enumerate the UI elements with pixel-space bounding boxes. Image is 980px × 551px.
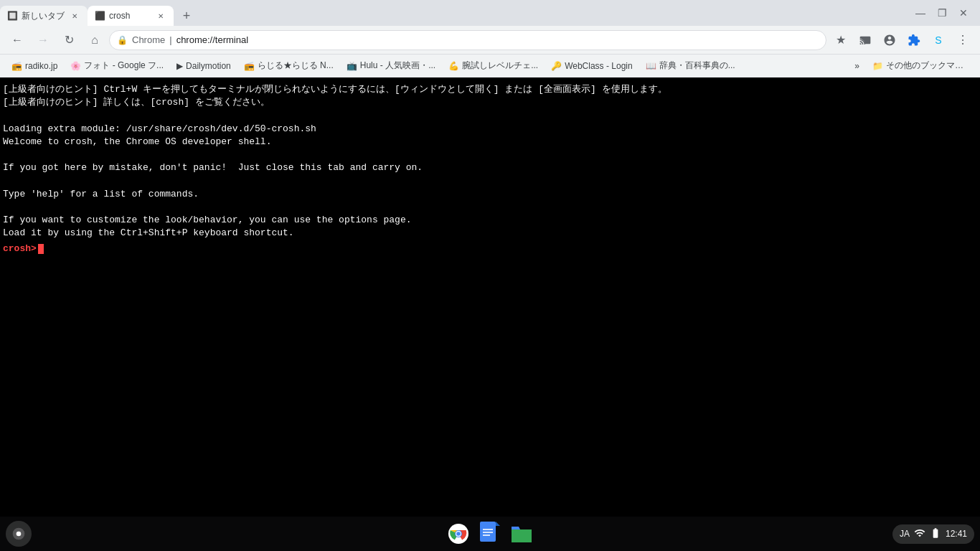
minimize-button[interactable]: — — [910, 2, 931, 24]
extensions-button[interactable] — [903, 29, 925, 52]
terminal-prompt: crosh> — [3, 242, 37, 255]
menu-button[interactable]: ⋮ — [951, 29, 974, 52]
terminal-line-9 — [3, 201, 977, 214]
other-folder-icon: 📁 — [872, 61, 883, 71]
wifi-icon — [914, 527, 925, 541]
chromecast-button[interactable] — [854, 29, 877, 52]
taskbar-left — [6, 521, 32, 547]
lock-icon: 🔒 — [117, 35, 128, 45]
crosh-close-button[interactable]: ✕ — [155, 10, 166, 22]
language-indicator: JA — [900, 529, 910, 539]
radiko-favicon: 📻 — [11, 61, 22, 71]
other-label: その他のブックマーク — [886, 60, 969, 72]
address-path: chrome://terminal — [176, 34, 248, 45]
bookmark-photos[interactable]: 🌸 フォト - Google フ... — [65, 57, 169, 75]
forward-button[interactable]: → — [32, 29, 55, 52]
photos-label: フォト - Google フ... — [84, 60, 164, 72]
taskbar-right: JA 12:41 — [892, 524, 974, 544]
bookmark-star-button[interactable]: ★ — [829, 29, 852, 52]
tabs-area: 🔲 新しいタブ ✕ ⬛ crosh ✕ + — [0, 0, 904, 26]
terminal-line-0: [上級者向けのヒント] Ctrl+W キーを押してもターミナルが閉じられないよう… — [3, 83, 977, 96]
svg-point-6 — [456, 532, 461, 536]
bookmark-level[interactable]: 💪 腕試しレベルチェ... — [443, 57, 544, 75]
level-favicon: 💪 — [448, 61, 459, 71]
webclass-favicon: 🔑 — [551, 61, 562, 71]
terminal-prompt-line: crosh> — [3, 242, 977, 255]
terminal-line-8: Type 'help' for a list of commands. — [3, 188, 977, 201]
bookmark-dictionary[interactable]: 📖 辞典・百科事典の... — [640, 57, 741, 75]
newtab-close-button[interactable]: ✕ — [69, 10, 80, 22]
skype-button[interactable]: S — [927, 29, 950, 52]
terminal-line-5 — [3, 149, 977, 161]
launcher-button[interactable] — [6, 521, 32, 547]
taskbar-docs[interactable] — [476, 519, 504, 548]
photos-favicon: 🌸 — [70, 61, 81, 71]
newtab-label: 新しいタブ — [22, 10, 65, 22]
restore-button[interactable]: ❐ — [931, 2, 953, 24]
window-controls: — ❐ ✕ — [904, 2, 980, 24]
reload-button[interactable]: ↻ — [57, 29, 80, 52]
terminal-line-11: Load it by using the Ctrl+Shift+P keyboa… — [3, 227, 977, 240]
terminal-line-7 — [3, 174, 977, 187]
rajiru-favicon: 📻 — [244, 61, 255, 71]
terminal-line-3: Loading extra module: /usr/share/crosh/d… — [3, 123, 977, 136]
svg-marker-8 — [496, 522, 500, 526]
taskbar-center — [444, 519, 536, 548]
new-tab-button[interactable]: + — [176, 6, 197, 26]
bookmark-radiko[interactable]: 📻 radiko.jp — [6, 58, 63, 74]
dictionary-label: 辞典・百科事典の... — [659, 60, 735, 72]
newtab-favicon: 🔲 — [7, 11, 17, 21]
address-separator: | — [169, 34, 171, 45]
dailymotion-label: Dailymotion — [186, 61, 231, 71]
bookmark-webclass[interactable]: 🔑 WebClass - Login — [545, 58, 639, 74]
radiko-label: radiko.jp — [25, 61, 57, 71]
svg-rect-11 — [483, 534, 490, 536]
level-label: 腕試しレベルチェ... — [462, 60, 538, 72]
taskbar-files[interactable] — [507, 519, 536, 548]
bookmarks-more-button[interactable]: » — [849, 58, 865, 74]
tab-newtab[interactable]: 🔲 新しいタブ ✕ — [0, 6, 88, 26]
bookmarks-bar: 📻 radiko.jp 🌸 フォト - Google フ... ▶ Dailym… — [0, 55, 980, 77]
hulu-label: Hulu - 人気映画・... — [360, 60, 435, 72]
title-bar: 🔲 新しいタブ ✕ ⬛ crosh ✕ + — ❐ ✕ — [0, 0, 980, 26]
terminal-line-6: If you got here by mistake, don't panic!… — [3, 161, 977, 174]
bookmarks-more-icon: » — [854, 61, 859, 71]
battery-icon — [930, 527, 941, 541]
address-brand: Chrome — [132, 34, 165, 45]
system-tray[interactable]: JA 12:41 — [892, 524, 974, 544]
bookmark-other[interactable]: 📁 その他のブックマーク — [867, 57, 974, 75]
close-button[interactable]: ✕ — [953, 2, 974, 24]
svg-rect-10 — [483, 532, 493, 533]
home-button[interactable]: ⌂ — [83, 29, 106, 52]
back-button[interactable]: ← — [6, 29, 29, 52]
crosh-favicon: ⬛ — [95, 11, 105, 21]
bookmark-dailymotion[interactable]: ▶ Dailymotion — [171, 58, 237, 74]
address-bar[interactable]: 🔒 Chrome | chrome://terminal — [109, 30, 826, 50]
bookmark-rajiru[interactable]: 📻 らじる★らじる N... — [238, 57, 339, 75]
terminal-line-1: [上級者向けのヒント] 詳しくは、[crosh] をご覧ください。 — [3, 96, 977, 109]
terminal-cursor — [38, 244, 44, 254]
nav-actions: ★ S ⋮ — [829, 29, 974, 52]
hulu-favicon: 📺 — [347, 61, 357, 71]
clock: 12:41 — [946, 529, 967, 539]
crosh-label: crosh — [109, 11, 151, 21]
taskbar-chrome[interactable] — [444, 519, 473, 548]
terminal-line-4: Welcome to crosh, the Chrome OS develope… — [3, 136, 977, 149]
dailymotion-favicon: ▶ — [176, 61, 183, 71]
bookmark-hulu[interactable]: 📺 Hulu - 人気映画・... — [341, 57, 441, 75]
tab-crosh[interactable]: ⬛ crosh ✕ — [88, 6, 174, 26]
svg-point-1 — [17, 532, 22, 537]
terminal[interactable]: [上級者向けのヒント] Ctrl+W キーを押してもターミナルが閉じられないよう… — [0, 77, 980, 517]
webclass-label: WebClass - Login — [565, 61, 633, 71]
svg-rect-9 — [483, 529, 493, 530]
profile-button[interactable] — [878, 29, 901, 52]
terminal-line-10: If you want to customize the look/behavi… — [3, 214, 977, 227]
dictionary-favicon: 📖 — [646, 61, 656, 71]
taskbar: JA 12:41 — [0, 517, 980, 551]
terminal-line-2 — [3, 109, 977, 122]
rajiru-label: らじる★らじる N... — [258, 60, 334, 72]
navigation-bar: ← → ↻ ⌂ 🔒 Chrome | chrome://terminal ★ S… — [0, 26, 980, 55]
